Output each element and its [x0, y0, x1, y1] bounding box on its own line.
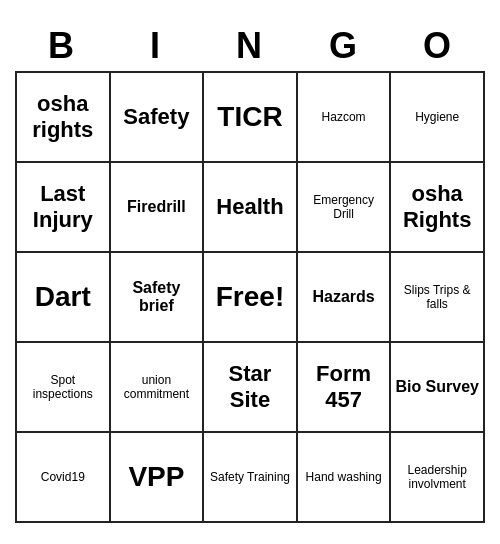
- bingo-cell-9: osha Rights: [391, 163, 485, 253]
- bingo-cell-6: Firedrill: [111, 163, 205, 253]
- bingo-cell-18: Form 457: [298, 343, 392, 433]
- header-letter-g: G: [297, 21, 391, 71]
- bingo-cell-15: Spot inspections: [17, 343, 111, 433]
- bingo-cell-14: Slips Trips & falls: [391, 253, 485, 343]
- bingo-cell-3: Hazcom: [298, 73, 392, 163]
- header-letter-i: I: [109, 21, 203, 71]
- bingo-cell-12: Free!: [204, 253, 298, 343]
- bingo-cell-4: Hygiene: [391, 73, 485, 163]
- bingo-cell-8: Emergency Drill: [298, 163, 392, 253]
- bingo-cell-16: union commitment: [111, 343, 205, 433]
- bingo-cell-2: TICR: [204, 73, 298, 163]
- bingo-cell-24: Leadership involvment: [391, 433, 485, 523]
- bingo-grid: osha rightsSafetyTICRHazcomHygieneLast I…: [15, 71, 485, 523]
- bingo-cell-17: Star Site: [204, 343, 298, 433]
- bingo-cell-0: osha rights: [17, 73, 111, 163]
- bingo-cell-22: Safety Training: [204, 433, 298, 523]
- bingo-cell-20: Covid19: [17, 433, 111, 523]
- bingo-cell-13: Hazards: [298, 253, 392, 343]
- header-letter-o: O: [391, 21, 485, 71]
- header-letter-b: B: [15, 21, 109, 71]
- bingo-header: BINGO: [15, 21, 485, 71]
- bingo-cell-10: Dart: [17, 253, 111, 343]
- bingo-cell-7: Health: [204, 163, 298, 253]
- bingo-cell-1: Safety: [111, 73, 205, 163]
- bingo-cell-23: Hand washing: [298, 433, 392, 523]
- bingo-cell-5: Last Injury: [17, 163, 111, 253]
- bingo-cell-21: VPP: [111, 433, 205, 523]
- bingo-card: BINGO osha rightsSafetyTICRHazcomHygiene…: [15, 21, 485, 523]
- bingo-cell-11: Safety brief: [111, 253, 205, 343]
- header-letter-n: N: [203, 21, 297, 71]
- bingo-cell-19: Bio Survey: [391, 343, 485, 433]
